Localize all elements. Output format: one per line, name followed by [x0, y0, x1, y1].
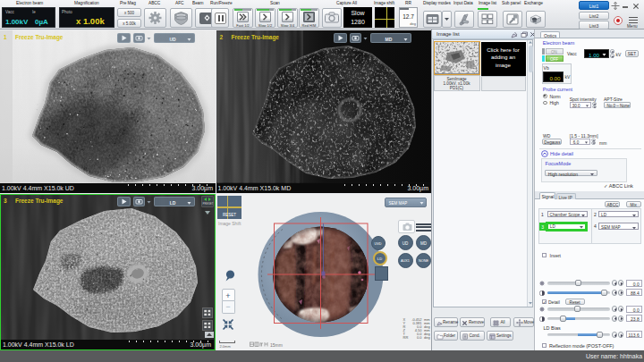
- svg-text:15mm: 15mm: [270, 342, 283, 348]
